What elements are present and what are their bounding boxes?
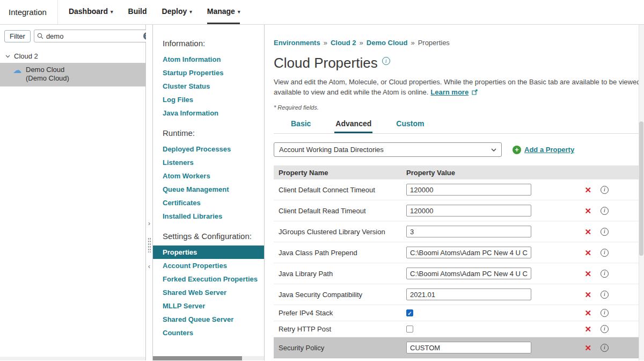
atom-menu-panel: Information:Atom InformationStartup Prop… bbox=[153, 25, 265, 360]
tree-item-demo-cloud[interactable]: ☁ Demo Cloud (Demo Cloud) bbox=[0, 63, 145, 86]
section-heading-settings-configuration: Settings & Configuration: bbox=[153, 223, 264, 246]
property-value-input[interactable] bbox=[406, 205, 531, 216]
property-name: Prefer IPv4 Stack bbox=[274, 309, 406, 317]
nav-item-build[interactable]: Build bbox=[128, 0, 147, 24]
panel-link-queue-management[interactable]: Queue Management bbox=[153, 183, 264, 196]
panel-link-deployed-processes[interactable]: Deployed Processes bbox=[153, 142, 264, 156]
search-box[interactable]: ✕ bbox=[34, 30, 154, 42]
scrollbar-thumb[interactable] bbox=[639, 121, 643, 256]
property-info-icon[interactable]: i bbox=[601, 207, 609, 215]
panel-link-startup-properties[interactable]: Startup Properties bbox=[153, 66, 264, 80]
panel-link-counters[interactable]: Counters bbox=[153, 326, 264, 340]
remove-property-icon[interactable]: ✕ bbox=[584, 309, 591, 317]
property-value-input[interactable] bbox=[406, 184, 531, 196]
tree-root-label: Cloud 2 bbox=[14, 52, 38, 60]
property-info-icon[interactable]: i bbox=[601, 291, 609, 299]
tree-node-cloud-2[interactable]: Cloud 2 bbox=[0, 49, 145, 63]
environments-sidebar: Filter ✕ + New Cloud 2 ☁ Demo Cloud bbox=[0, 25, 146, 360]
breadcrumb-cloud-2[interactable]: Cloud 2 bbox=[331, 39, 356, 47]
tree-item-subname: (Demo Cloud) bbox=[26, 74, 69, 83]
panel-link-atom-workers[interactable]: Atom Workers bbox=[153, 169, 264, 183]
table-row-prefer-ipv4-stack: Prefer IPv4 Stack✓✕i bbox=[274, 305, 639, 321]
property-checkbox[interactable]: ✓ bbox=[406, 309, 413, 316]
drag-handle-icon[interactable] bbox=[148, 237, 151, 252]
property-name: Retry HTTP Post bbox=[274, 325, 406, 333]
environment-tree: Cloud 2 ☁ Demo Cloud (Demo Cloud) bbox=[0, 49, 145, 86]
panel-link-certificates[interactable]: Certificates bbox=[153, 196, 264, 210]
property-info-icon[interactable]: i bbox=[601, 228, 609, 236]
panel-link-java-information[interactable]: Java Information bbox=[153, 106, 264, 120]
property-info-icon[interactable]: i bbox=[601, 249, 609, 257]
property-category-select[interactable]: Account Working Data Directories bbox=[274, 142, 502, 157]
scrollbar-thumb[interactable] bbox=[153, 356, 242, 360]
panel-link-forked-execution-properties[interactable]: Forked Execution Properties bbox=[153, 272, 264, 286]
property-name: Client Default Read Timeout bbox=[274, 207, 406, 215]
breadcrumb-separator: » bbox=[324, 39, 327, 47]
vertical-scrollbar[interactable] bbox=[639, 25, 644, 360]
panel-horizontal-scrollbar[interactable] bbox=[153, 356, 264, 360]
panel-link-mllp-server[interactable]: MLLP Server bbox=[153, 299, 264, 313]
description-line-1: View and edit the Atom, Molecule, or Clo… bbox=[274, 77, 639, 87]
tab-custom[interactable]: Custom bbox=[395, 114, 425, 133]
panel-link-shared-web-server[interactable]: Shared Web Server bbox=[153, 286, 264, 299]
property-info-icon[interactable]: i bbox=[601, 325, 609, 333]
search-input[interactable] bbox=[46, 32, 141, 40]
property-value-input[interactable] bbox=[406, 268, 531, 279]
learn-more-link[interactable]: Learn more bbox=[430, 87, 469, 97]
nav-item-deploy[interactable]: Deploy▾ bbox=[162, 0, 192, 24]
property-info-icon[interactable]: i bbox=[601, 344, 609, 352]
nav-item-label: Build bbox=[128, 7, 147, 16]
panel-link-account-properties[interactable]: Account Properties bbox=[153, 259, 264, 272]
panel-link-installed-libraries[interactable]: Installed Libraries bbox=[153, 210, 264, 223]
sidebar-toolbar: Filter ✕ + New bbox=[0, 25, 145, 47]
remove-property-icon[interactable]: ✕ bbox=[584, 344, 591, 352]
title-info-icon[interactable]: i bbox=[382, 57, 390, 65]
breadcrumb-environments[interactable]: Environments bbox=[274, 39, 320, 47]
property-name: Java Class Path Prepend bbox=[274, 249, 406, 257]
table-row-java-class-path-prepend: Java Class Path Prepend✕i bbox=[274, 242, 639, 263]
property-value-input[interactable] bbox=[406, 226, 531, 237]
remove-property-icon[interactable]: ✕ bbox=[584, 270, 591, 278]
nav-item-dashboard[interactable]: Dashboard▾ bbox=[69, 0, 113, 24]
property-info-icon[interactable]: i bbox=[601, 270, 609, 278]
description-line-2: available to view and edit while the Ato… bbox=[274, 87, 428, 97]
panel-link-cluster-status[interactable]: Cluster Status bbox=[153, 80, 264, 93]
tab-basic[interactable]: Basic bbox=[290, 114, 312, 133]
breadcrumb-demo-cloud[interactable]: Demo Cloud bbox=[367, 39, 408, 47]
collapse-left-icon[interactable]: ‹ bbox=[146, 263, 152, 270]
search-icon bbox=[37, 33, 43, 39]
chevron-down-icon bbox=[491, 148, 496, 151]
remove-property-icon[interactable]: ✕ bbox=[584, 291, 591, 299]
table-row-jgroups-clustered-library-version: JGroups Clustered Library Version✕i bbox=[274, 221, 639, 242]
property-value-input[interactable] bbox=[406, 247, 531, 258]
table-header: Property Name Property Value bbox=[274, 165, 639, 179]
tab-advanced[interactable]: Advanced bbox=[334, 114, 372, 133]
remove-property-icon[interactable]: ✕ bbox=[584, 207, 591, 215]
remove-property-icon[interactable]: ✕ bbox=[584, 228, 591, 236]
remove-property-icon[interactable]: ✕ bbox=[584, 325, 591, 333]
nav-item-manage[interactable]: Manage▾ bbox=[207, 0, 240, 24]
sidebar-horizontal-scrollbar[interactable] bbox=[0, 357, 145, 360]
panel-link-shared-queue-server[interactable]: Shared Queue Server bbox=[153, 313, 264, 326]
remove-property-icon[interactable]: ✕ bbox=[584, 249, 591, 257]
breadcrumb-separator: » bbox=[411, 39, 414, 47]
property-checkbox[interactable] bbox=[406, 326, 413, 333]
table-row-java-library-path: Java Library Path✕i bbox=[274, 263, 639, 284]
property-value-input[interactable] bbox=[406, 342, 531, 353]
panel-link-listeners[interactable]: Listeners bbox=[153, 156, 264, 169]
add-property-button[interactable]: + Add a Property bbox=[513, 146, 574, 154]
property-info-icon[interactable]: i bbox=[601, 186, 609, 194]
panel-link-atom-information[interactable]: Atom Information bbox=[153, 53, 264, 66]
collapse-right-icon[interactable]: › bbox=[146, 220, 152, 227]
panel-link-log-files[interactable]: Log Files bbox=[153, 93, 264, 106]
panel-resize-gutter[interactable]: › ‹ bbox=[146, 25, 153, 360]
cloud-properties-content: Environments»Cloud 2»Demo Cloud»Properti… bbox=[265, 25, 644, 360]
property-value-input[interactable] bbox=[406, 288, 531, 300]
property-info-icon[interactable]: i bbox=[601, 309, 609, 317]
property-name: JGroups Clustered Library Version bbox=[274, 228, 406, 236]
external-link-icon[interactable] bbox=[472, 89, 478, 95]
panel-link-properties[interactable]: Properties bbox=[153, 246, 264, 259]
filter-button[interactable]: Filter bbox=[4, 30, 31, 42]
remove-property-icon[interactable]: ✕ bbox=[584, 186, 591, 194]
tree-expand-icon[interactable] bbox=[5, 55, 10, 58]
